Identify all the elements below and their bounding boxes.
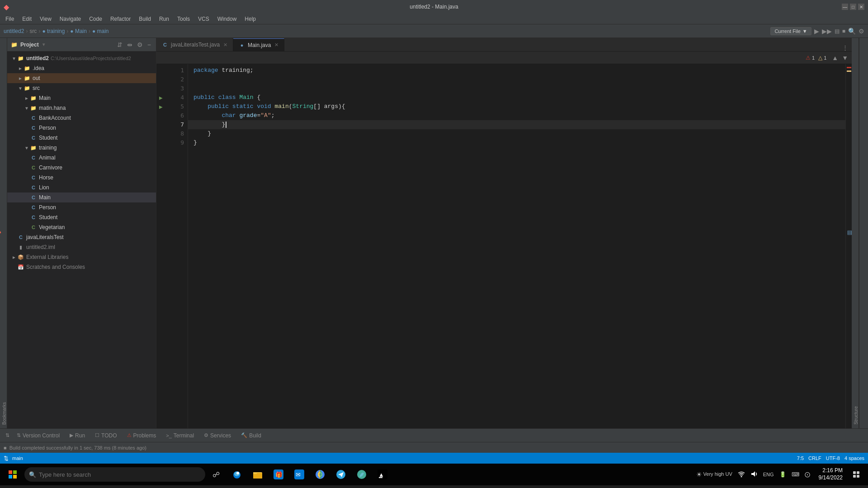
sidebar-close-btn[interactable]: −: [146, 40, 152, 49]
menu-refactor[interactable]: Refactor: [107, 15, 134, 23]
window-controls[interactable]: — □ ✕: [842, 4, 864, 10]
tree-item-horse[interactable]: C Horse: [7, 173, 156, 183]
edge-browser-button[interactable]: [227, 465, 247, 484]
breadcrumb-training[interactable]: ● training: [42, 28, 65, 34]
menu-view[interactable]: View: [36, 15, 55, 23]
tool-tab-problems[interactable]: ⚠ Problems: [123, 431, 161, 441]
run-arrow-4[interactable]: ▶: [159, 95, 163, 100]
structure-icon[interactable]: ▤: [845, 229, 854, 237]
tree-item-external-libs[interactable]: ► 📦 External Libraries: [7, 252, 156, 262]
tool-tab-build[interactable]: 🔨 Build: [236, 431, 266, 441]
tree-item-main[interactable]: C Main: [7, 192, 156, 202]
tab-more-icon[interactable]: ⋮: [842, 44, 848, 51]
menu-run[interactable]: Run: [156, 15, 173, 23]
code-editor[interactable]: package training; public class Main { pu…: [188, 64, 845, 428]
browser-button[interactable]: [352, 465, 372, 484]
breadcrumb-main[interactable]: ● Main: [70, 28, 87, 34]
battery-icon[interactable]: 🔋: [778, 470, 788, 479]
jetbrains-button[interactable]: ▲: [373, 465, 392, 484]
tree-item-lion[interactable]: C Lion: [7, 183, 156, 192]
gutter-line-4[interactable]: ▶: [156, 93, 165, 102]
debug-button[interactable]: ▶▶: [822, 28, 832, 35]
version-control-icon[interactable]: ⇅: [4, 432, 11, 439]
tool-tab-services[interactable]: ⚙ Services: [199, 431, 236, 441]
menu-edit[interactable]: Edit: [19, 15, 35, 23]
tool-tab-terminal[interactable]: >_ Terminal: [161, 431, 198, 441]
ms-store-button[interactable]: 🎁: [269, 465, 288, 484]
keyboard-icon[interactable]: ⌨: [790, 470, 801, 479]
tree-item-bankaccount[interactable]: C BankAccount: [7, 113, 156, 123]
volume-icon[interactable]: [749, 470, 759, 479]
chrome-button[interactable]: [310, 465, 330, 484]
tree-item-main-folder[interactable]: ► 📁 Main: [7, 93, 156, 103]
telegram-button[interactable]: [331, 465, 351, 484]
tab-close-main[interactable]: ✕: [274, 42, 278, 48]
tree-item-javaliteralstest[interactable]: C javaLiteralsTest: [7, 232, 156, 242]
run-config-button[interactable]: ▤: [835, 28, 840, 34]
minimize-button[interactable]: —: [842, 4, 848, 10]
tree-item-vegetarian[interactable]: C Vegetarian: [7, 222, 156, 232]
breadcrumb[interactable]: untitled2 › src › ● training › ● Main › …: [4, 28, 109, 34]
git-branch[interactable]: main: [12, 455, 23, 461]
tree-item-student-matin[interactable]: C Student: [7, 133, 156, 143]
taskbar-clock[interactable]: 2:16 PM 9/14/2022: [816, 466, 845, 482]
sidebar-settings-btn[interactable]: ⚙: [136, 40, 144, 49]
structure-strip[interactable]: Structure ▤: [852, 38, 859, 428]
tree-item-matin-hana[interactable]: ▼ 📁 matin.hana: [7, 103, 156, 113]
warning-indicator[interactable]: △ 1: [818, 55, 826, 61]
tree-item-scratches[interactable]: 📅 Scratches and Consoles: [7, 262, 156, 272]
tree-item-student-training[interactable]: C Student: [7, 212, 156, 222]
warning-marker[interactable]: [847, 70, 851, 72]
menu-file[interactable]: File: [2, 15, 18, 23]
notif-up-arrow[interactable]: ▲: [832, 54, 838, 61]
menu-vcs[interactable]: VCS: [194, 15, 213, 23]
tree-item-idea[interactable]: ► 📁 .idea: [7, 63, 156, 73]
tab-close-javaliterals[interactable]: ✕: [223, 42, 227, 48]
tree-item-iml[interactable]: ▮ untitled2.iml: [7, 242, 156, 252]
tree-item-animal[interactable]: C Animal: [7, 153, 156, 163]
bookmarks-label[interactable]: Bookmarks: [2, 400, 7, 427]
maximize-button[interactable]: □: [850, 4, 856, 10]
tree-item-person-matin[interactable]: C Person: [7, 123, 156, 133]
tree-item-training[interactable]: ▼ 📁 training: [7, 143, 156, 153]
search-nav-icon[interactable]: 🔍: [848, 28, 856, 35]
tool-tab-run[interactable]: ▶ Run: [65, 431, 90, 441]
encoding[interactable]: UTF-8: [826, 455, 840, 461]
bookmark-pin-icon[interactable]: 📌: [0, 229, 2, 238]
run-arrow-5[interactable]: ▶: [159, 104, 163, 109]
run-button[interactable]: ▶: [814, 28, 819, 35]
tree-item-person-training[interactable]: C Person: [7, 202, 156, 212]
breadcrumb-src[interactable]: src: [29, 28, 37, 34]
settings-icon[interactable]: ⚙: [859, 28, 864, 35]
tool-tab-todo[interactable]: ☐ TODO: [90, 431, 121, 441]
menu-help[interactable]: Help: [241, 15, 259, 23]
taskbar-search-input[interactable]: [24, 467, 205, 482]
menu-tools[interactable]: Tools: [174, 15, 193, 23]
sidebar-collapse-btn[interactable]: ⇹: [126, 40, 134, 49]
tab-mainjava[interactable]: ● Main.java ✕: [233, 38, 284, 51]
language-indicator[interactable]: ENG: [762, 470, 775, 479]
menu-build[interactable]: Build: [135, 15, 155, 23]
bluetooth-icon[interactable]: ⨀: [803, 470, 811, 479]
cursor-position[interactable]: 7:5: [797, 455, 804, 461]
start-button[interactable]: [2, 464, 24, 485]
breadcrumb-method[interactable]: ● main: [92, 28, 109, 34]
task-view-button[interactable]: ☍: [206, 465, 226, 484]
line-endings[interactable]: CRLF: [808, 455, 821, 461]
tree-item-src[interactable]: ▼ 📁 src: [7, 83, 156, 93]
tree-item-carnivore[interactable]: C Carnivore: [7, 163, 156, 173]
current-file-button[interactable]: Current File ▼: [770, 27, 811, 35]
tool-tab-version-control[interactable]: ⇅ Version Control: [12, 431, 64, 441]
breadcrumb-project[interactable]: untitled2: [4, 28, 24, 34]
sidebar-dropdown-icon[interactable]: ▼: [42, 42, 46, 47]
structure-label[interactable]: Structure: [854, 404, 859, 427]
sidebar-expand-btn[interactable]: ⇵: [116, 40, 124, 49]
error-marker[interactable]: [847, 67, 851, 68]
menu-code[interactable]: Code: [85, 15, 106, 23]
indent[interactable]: 4 spaces: [844, 455, 864, 461]
tree-item-root[interactable]: ▼ 📁 untitled2 C:\Users\asus\IdeaProjects…: [7, 53, 156, 63]
tab-javaliteralstest[interactable]: C javaLiteralsTest.java ✕: [156, 38, 233, 51]
notification-center-button[interactable]: [846, 465, 866, 484]
menu-window[interactable]: Window: [214, 15, 241, 23]
stop-button[interactable]: ■: [842, 28, 845, 34]
